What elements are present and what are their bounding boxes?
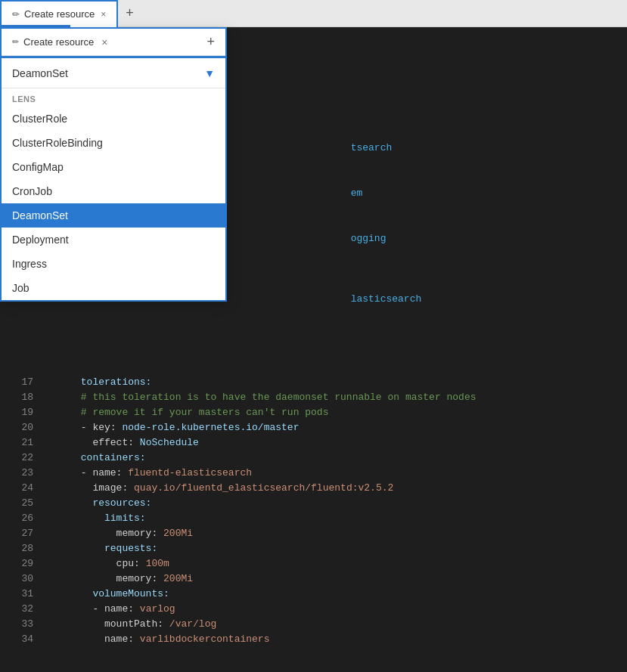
dropdown-group-label: LENS <box>2 88 225 107</box>
code-line: 28 requests: <box>0 541 627 556</box>
resource-type-select[interactable]: DeamonSet ▼ <box>2 58 225 88</box>
resource-type-list[interactable]: LENS ClusterRoleClusterRoleBindingConfig… <box>2 88 225 300</box>
dropdown-item-configmap[interactable]: ConfigMap <box>2 155 225 179</box>
code-line: 17 tolerations: <box>0 375 627 390</box>
tab-label: Create resource <box>24 8 95 20</box>
code-line: 22 containers: <box>0 451 627 466</box>
resource-type-dropdown: ✏ Create resource × + DeamonSet ▼ LENS C… <box>0 27 227 302</box>
dropdown-item-cronjob[interactable]: CronJob <box>2 179 225 203</box>
code-line: 27 memory: 200Mi <box>0 526 627 541</box>
dropdown-item-clusterrolebinding[interactable]: ClusterRoleBinding <box>2 131 225 155</box>
code-line: 21 effect: NoSchedule <box>0 435 627 451</box>
code-line: 31 volumeMounts: <box>0 587 627 602</box>
dropdown-add-button[interactable]: + <box>206 34 215 50</box>
dropdown-item-deamonset[interactable]: DeamonSet <box>2 203 225 228</box>
dropdown-close-button[interactable]: × <box>101 36 107 48</box>
chevron-down-icon: ▼ <box>204 67 215 79</box>
dropdown-item-job[interactable]: Job <box>2 276 225 300</box>
dropdown-title: ✏ Create resource × <box>12 36 107 48</box>
code-line: 30 memory: 200Mi <box>0 571 627 587</box>
dropdown-title-label: Create resource <box>23 36 94 48</box>
dropdown-item-ingress[interactable]: Ingress <box>2 252 225 276</box>
main-content: tsearch em ogging <box>0 27 627 672</box>
code-line: 25 resources: <box>0 496 627 511</box>
edit-icon-dropdown: ✏ <box>12 37 19 47</box>
tab-close-button[interactable]: × <box>101 9 106 20</box>
code-line: 24 image: quay.io/fluentd_elasticsearch/… <box>0 481 627 496</box>
code-section: 17 tolerations:18 # this toleration is t… <box>0 375 627 647</box>
tab-add-button[interactable]: + <box>118 0 141 27</box>
create-resource-tab[interactable]: ✏ Create resource × <box>0 0 118 27</box>
dropdown-item-deployment[interactable]: Deployment <box>2 228 225 252</box>
code-line: 29 cpu: 100m <box>0 556 627 571</box>
code-line: 34 name: varlibdockercontainers <box>0 632 627 647</box>
code-line: 26 limits: <box>0 511 627 526</box>
selected-resource-type: DeamonSet <box>12 67 68 79</box>
code-line: 33 mountPath: /var/log <box>0 617 627 632</box>
code-line: 18 # this toleration is to have the daem… <box>0 390 627 405</box>
code-line: 32 - name: varlog <box>0 602 627 617</box>
code-line: 19 # remove it if your masters can't run… <box>0 405 627 420</box>
tab-bar: ✏ Create resource × + <box>0 0 627 27</box>
code-line: 20 - key: node-role.kubernetes.io/master <box>0 420 627 435</box>
code-line: 23 - name: fluentd-elasticsearch <box>0 466 627 481</box>
dropdown-header: ✏ Create resource × + <box>2 29 225 56</box>
dropdown-item-clusterrole[interactable]: ClusterRole <box>2 107 225 131</box>
edit-icon: ✏ <box>12 9 20 20</box>
